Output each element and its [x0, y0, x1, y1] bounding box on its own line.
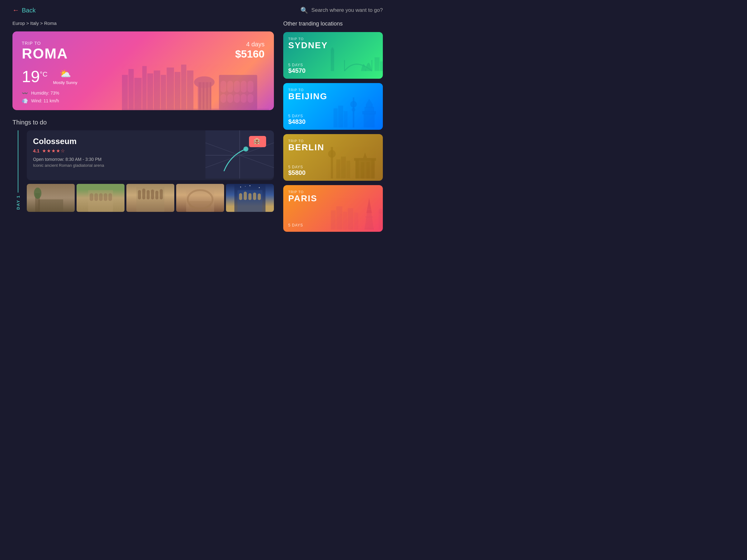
hero-price: $5160 — [235, 48, 264, 60]
svg-rect-45 — [108, 193, 112, 201]
svg-rect-99 — [365, 216, 373, 218]
svg-rect-52 — [160, 189, 163, 199]
svg-rect-78 — [364, 107, 374, 111]
svg-rect-106 — [379, 212, 383, 230]
humidity-icon: 〰️ — [22, 90, 28, 96]
svg-rect-60 — [248, 193, 252, 200]
hero-details: 〰️ Humidity: 73% 💨 Wind: 11 km/h — [22, 90, 264, 104]
trending-card-beijing[interactable]: TRIP TO BEIJING 5 DAYS $4830 — [283, 83, 383, 130]
svg-rect-47 — [138, 190, 141, 199]
sidebar-title: Other tranding locations — [283, 21, 383, 27]
back-label: Back — [22, 7, 35, 14]
beijing-days: 5 DAYS — [288, 114, 378, 118]
app-header: ← Back 🔍 Search where you want to go? — [0, 0, 395, 21]
paris-top: TRIP TO PARIS — [288, 190, 378, 204]
hero-weather: 19°C ⛅ Mostly Sunny — [22, 67, 264, 86]
berlin-trip-label: TRIP TO — [288, 139, 378, 143]
trending-card-sydney[interactable]: TRIP TO SYDNEY 5 DAYS $4570 — [283, 32, 383, 79]
search-icon: 🔍 — [300, 6, 308, 14]
back-button[interactable]: ← Back — [12, 6, 35, 14]
paris-city: PARIS — [288, 194, 378, 204]
berlin-city: BERLIN — [288, 143, 378, 153]
hero-left: TRIP TO ROMA — [22, 41, 68, 61]
hero-temperature: 19°C — [22, 67, 48, 86]
beijing-price: $4830 — [288, 118, 378, 125]
hero-top: TRIP TO ROMA 4 days $5160 — [22, 41, 264, 61]
hero-days: 4 days — [235, 41, 264, 48]
berlin-price: $5800 — [288, 169, 378, 177]
humidity-row: 〰️ Humidity: 73% — [22, 90, 264, 96]
wind-icon: 💨 — [22, 98, 28, 104]
paris-trip-label: TRIP TO — [288, 190, 378, 194]
hero-right: 4 days $5160 — [235, 41, 264, 60]
activity-section: Colosseum 4.1 ★★★★☆ Open tomorrow: 8:30 … — [27, 130, 274, 212]
svg-rect-89 — [354, 158, 376, 161]
trending-card-paris[interactable]: TRIP TO PARIS 5 DAYS — [283, 185, 383, 232]
svg-rect-28 — [122, 109, 269, 110]
svg-rect-59 — [244, 192, 247, 200]
photo-item-3[interactable] — [126, 184, 174, 212]
trending-card-berlin[interactable]: TRIP TO BERLIN 5 DAYS $5800 — [283, 134, 383, 181]
svg-rect-55 — [189, 201, 211, 212]
activity-stars: ★★★★☆ — [42, 148, 66, 154]
back-arrow-icon: ← — [12, 6, 19, 14]
left-column: Europ > Italy > Roma TRIP TO ROMA 4 days… — [12, 21, 274, 236]
breadcrumb: Europ > Italy > Roma — [12, 21, 274, 26]
svg-marker-90 — [363, 153, 367, 158]
day-line — [18, 130, 18, 193]
wind-row: 💨 Wind: 11 km/h — [22, 98, 264, 104]
activity-rating-score: 4.1 — [33, 148, 40, 153]
svg-text:🏨: 🏨 — [253, 137, 260, 144]
photo-item-4[interactable] — [176, 184, 224, 212]
hero-city-title: ROMA — [22, 46, 68, 61]
beijing-trip-label: TRIP TO — [288, 88, 378, 92]
svg-rect-100 — [367, 209, 371, 210]
hero-card[interactable]: TRIP TO ROMA 4 days $5160 19°C ⛅ Mostly … — [12, 31, 274, 110]
svg-point-34 — [243, 146, 248, 152]
svg-rect-44 — [104, 193, 107, 201]
svg-rect-62 — [258, 193, 261, 200]
map-overlay: 🏨 — [205, 130, 274, 179]
svg-point-107 — [379, 209, 383, 214]
beijing-top: TRIP TO BEIJING — [288, 88, 378, 101]
photo-item-5[interactable] — [226, 184, 274, 212]
svg-rect-49 — [147, 190, 150, 199]
humidity-label: Humidity: 73% — [31, 90, 59, 96]
photo-item-1[interactable] — [27, 184, 75, 212]
svg-rect-79 — [366, 104, 372, 108]
sydney-city: SYDNEY — [288, 41, 378, 50]
weather-condition-label: Mostly Sunny — [53, 80, 77, 85]
beijing-bottom: 5 DAYS $4830 — [288, 114, 378, 125]
svg-rect-41 — [89, 193, 93, 201]
svg-rect-48 — [142, 189, 145, 199]
svg-rect-42 — [94, 193, 98, 201]
main-layout: Europ > Italy > Roma TRIP TO ROMA 4 days… — [0, 21, 395, 242]
right-column: Other tranding locations TRIP TO SYDNEY … — [283, 21, 383, 236]
sydney-days: 5 DAYS — [288, 63, 378, 67]
search-placeholder-text: Search where you want to go? — [311, 7, 383, 14]
photo-item-2[interactable] — [77, 184, 125, 212]
hero-trip-label: TRIP TO — [22, 41, 68, 46]
svg-rect-61 — [253, 193, 256, 200]
svg-point-75 — [352, 108, 356, 111]
sydney-trip-label: TRIP TO — [288, 37, 378, 41]
sydney-bottom: 5 DAYS $4570 — [288, 63, 378, 74]
paris-days: 5 DAYS — [288, 223, 378, 228]
wind-label: Wind: 11 km/h — [31, 98, 59, 103]
svg-point-65 — [259, 187, 260, 188]
paris-bottom: 5 DAYS — [288, 223, 378, 228]
beijing-city: BEIJING — [288, 92, 378, 101]
search-area[interactable]: 🔍 Search where you want to go? — [300, 6, 383, 14]
berlin-top: TRIP TO BERLIN — [288, 139, 378, 153]
activity-card[interactable]: Colosseum 4.1 ★★★★☆ Open tomorrow: 8:30 … — [27, 130, 274, 180]
svg-rect-58 — [239, 193, 242, 200]
svg-point-39 — [34, 188, 42, 199]
sydney-top: TRIP TO SYDNEY — [288, 37, 378, 50]
svg-rect-43 — [99, 193, 103, 201]
svg-point-64 — [250, 185, 251, 186]
svg-rect-50 — [151, 189, 154, 199]
day-label-wrap: DAY 1 — [12, 130, 24, 212]
svg-point-63 — [240, 186, 241, 187]
sydney-price: $4570 — [288, 67, 378, 74]
svg-rect-98 — [364, 228, 374, 229]
